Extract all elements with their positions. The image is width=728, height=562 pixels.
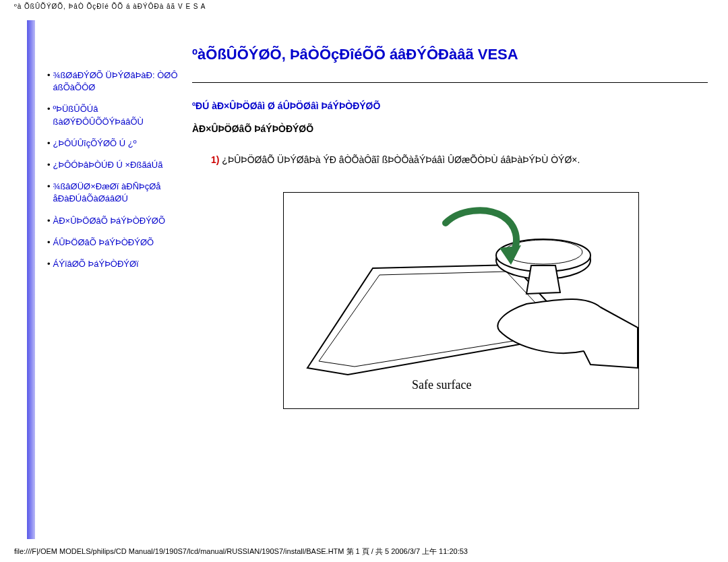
sidebar-link-1[interactable]: ºÞÜßÛÕÚâ ßàØÝÐÔÛÕÖÝÞáâÕÙ — [53, 103, 179, 127]
bullet-icon: • — [47, 237, 51, 249]
illustration-label: Safe surface — [412, 378, 471, 392]
step-text: 1) ¿ÞÛÞÖØâÕ ÜÞÝØâÞà ÝÐ âÒÕàÔãî ßÞÒÕàåÝÞá… — [211, 154, 708, 165]
gap — [35, 20, 40, 539]
sidebar-link-3[interactable]: ¿ÞÔÓÞâÞÒÚÐ Ú ×ÐßãáÚã — [53, 159, 163, 171]
bullet-icon: • — [47, 215, 51, 227]
header-path: ºà ÕßÛÕÝØÕ, ÞâÒ ÕçÐîé ÕÕ á àÐÝÔÐà âã V E… — [14, 3, 206, 10]
sidebar-item: • ¾ßâØÜØ×ÐæØï àÐÑÞçØå åÐàÐÚâÕàØáâØÚ — [47, 181, 179, 205]
sidebar-link-4[interactable]: ¾ßâØÜØ×ÐæØï àÐÑÞçØå åÐàÐÚâÕàØáâØÚ — [53, 181, 179, 205]
step-number: 1) — [211, 154, 219, 165]
sidebar-item: • ¿ÞÔÚÛîçÕÝØÕ Ú ¿º — [47, 137, 179, 150]
bullet-icon: • — [47, 159, 51, 171]
sidebar-link-7[interactable]: ÁÝïâØÕ ÞáÝÞÒÐÝØï — [53, 258, 139, 270]
sidebar-link-6[interactable]: ÁÛÞÖØâÕ ÞáÝÞÒÐÝØÕ — [53, 237, 154, 249]
step-body: ¿ÞÛÞÖØâÕ ÜÞÝØâÞà ÝÐ âÒÕàÔãî ßÞÒÕàåÝÞáâì … — [222, 154, 580, 165]
bullet-icon: • — [47, 258, 51, 270]
monitor-base-illustration — [284, 193, 639, 409]
bullet-icon: • — [47, 103, 51, 127]
left-gradient-bar — [27, 20, 35, 539]
sidebar-item: • ÁÝïâØÕ ÞáÝÞÒÐÝØï — [47, 258, 179, 270]
sidebar: • ¾ßØáÐÝØÕ ÜÞÝØâÞàÐ: ÒØÔ áßÕàÕÔØ • ºÞÜßÛ… — [40, 20, 185, 539]
bullet-icon: • — [47, 69, 51, 94]
sidebar-item: • ¿ÞÔÓÞâÞÒÚÐ Ú ×ÐßãáÚã — [47, 159, 179, 171]
sidebar-link-2[interactable]: ¿ÞÔÚÛîçÕÝØÕ Ú ¿º — [53, 137, 137, 150]
footer-path: file:///F|/OEM MODELS/philips/CD Manual/… — [14, 547, 468, 557]
illustration-frame: Safe surface — [283, 192, 639, 409]
divider — [192, 82, 708, 83]
sidebar-item: • ¾ßØáÐÝØÕ ÜÞÝØâÞàÐ: ÒØÔ áßÕàÕÔØ — [47, 69, 179, 94]
bullet-icon: • — [47, 137, 51, 150]
sidebar-item: • ÁÛÞÖØâÕ ÞáÝÞÒÐÝØÕ — [47, 237, 179, 249]
subtitle: ºÐÚ àÐ×ÛÞÖØâì Ø áÛÞÖØâì ÞáÝÞÒÐÝØÕ — [192, 100, 708, 111]
sidebar-link-5[interactable]: ÀÐ×ÛÞÖØâÕ ÞáÝÞÒÐÝØÕ — [53, 215, 166, 227]
main-content: ºàÕßÛÕÝØÕ, ÞâÒÕçÐîéÕÕ áâÐÝÔÐàâã VESA ºÐÚ… — [185, 20, 721, 539]
page-title: ºàÕßÛÕÝØÕ, ÞâÒÕçÐîéÕÕ áâÐÝÔÐàâã VESA — [192, 46, 708, 63]
sidebar-link-0[interactable]: ¾ßØáÐÝØÕ ÜÞÝØâÞàÐ: ÒØÔ áßÕàÕÔØ — [53, 69, 179, 94]
section-label: ÀÐ×ÛÞÖØâÕ ÞáÝÞÒÐÝØÕ — [192, 123, 708, 134]
sidebar-item: • ÀÐ×ÛÞÖØâÕ ÞáÝÞÒÐÝØÕ — [47, 215, 179, 227]
bullet-icon: • — [47, 181, 51, 205]
sidebar-item: • ºÞÜßÛÕÚâ ßàØÝÐÔÛÕÖÝÞáâÕÙ — [47, 103, 179, 127]
page-container: • ¾ßØáÐÝØÕ ÜÞÝØâÞàÐ: ÒØÔ áßÕàÕÔØ • ºÞÜßÛ… — [27, 20, 721, 539]
